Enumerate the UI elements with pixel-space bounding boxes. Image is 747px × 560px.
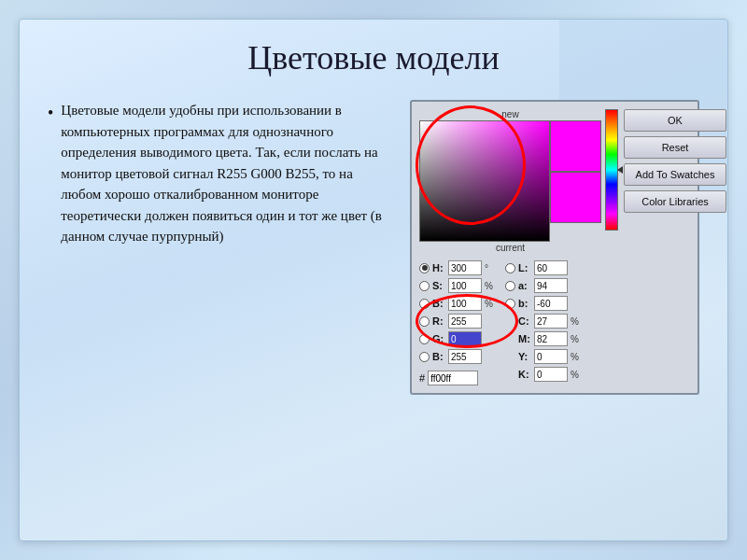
field-row-M: M: % — [505, 331, 585, 346]
gradient-inner — [420, 121, 549, 241]
fields-area: H: ° S: % — [419, 260, 690, 385]
label-B: B: — [432, 298, 445, 309]
unit-H: ° — [485, 263, 500, 273]
unit-Y: % — [571, 352, 585, 362]
fields-right: L: a: — [505, 260, 585, 385]
input-H[interactable] — [448, 260, 482, 275]
unit-C: % — [571, 316, 585, 327]
label-H: H: — [432, 262, 445, 273]
radio-H[interactable] — [419, 263, 430, 273]
unit-B: % — [485, 299, 500, 309]
field-row-b: b: — [505, 296, 585, 311]
color-dialog-inner: new — [410, 100, 699, 395]
dialog-top: new — [419, 109, 690, 253]
field-row-G: G: — [419, 331, 500, 346]
slide-container: Цветовые модели • Цветовые модели удобны… — [19, 19, 728, 541]
label-R: R: — [432, 315, 445, 327]
color-swatch-current — [550, 172, 601, 223]
field-row-R: R: — [419, 314, 500, 329]
input-S[interactable] — [448, 278, 482, 293]
text-area: • Цветовые модели удобны при использован… — [48, 100, 391, 247]
label-a: a: — [518, 280, 531, 291]
color-swatch-new — [550, 120, 601, 172]
field-row-a: a: — [505, 278, 585, 293]
input-b[interactable] — [534, 296, 568, 311]
field-row-C: C: % — [505, 314, 585, 329]
radio-L[interactable] — [505, 263, 515, 273]
input-R[interactable] — [448, 314, 482, 329]
input-a[interactable] — [534, 278, 568, 293]
unit-K: % — [571, 370, 585, 380]
color-dialog: new — [410, 100, 699, 395]
field-row-B2: B: — [419, 349, 500, 364]
dialog-buttons: OK Reset Add To Swatches Color Libraries — [624, 109, 726, 253]
radio-S[interactable] — [419, 281, 430, 291]
unit-M: % — [571, 334, 585, 344]
field-row-H: H: ° — [419, 260, 500, 275]
label-M: M: — [518, 333, 531, 344]
hue-arrow — [617, 166, 623, 174]
slide-title: Цветовые модели — [48, 38, 699, 77]
input-B[interactable] — [448, 296, 482, 311]
input-Y[interactable] — [534, 349, 568, 364]
radio-G[interactable] — [419, 334, 430, 344]
input-L[interactable] — [534, 260, 568, 275]
radio-b[interactable] — [505, 299, 515, 309]
label-C: C: — [518, 315, 531, 327]
hex-input[interactable] — [428, 371, 478, 385]
hash-row: # — [419, 371, 500, 385]
bullet-dot: • — [48, 102, 53, 247]
color-libraries-button[interactable]: Color Libraries — [624, 190, 726, 213]
unit-S: % — [485, 281, 500, 291]
field-row-S: S: % — [419, 278, 500, 293]
radio-a[interactable] — [505, 281, 515, 291]
input-C[interactable] — [534, 314, 568, 329]
label-S: S: — [432, 280, 445, 291]
gradient-black — [420, 121, 549, 241]
reset-button[interactable]: Reset — [624, 136, 726, 159]
gradient-and-labels: new — [419, 109, 601, 253]
radio-B2[interactable] — [419, 352, 430, 362]
label-b: b: — [518, 298, 531, 309]
label-new: new — [419, 109, 601, 119]
hash-symbol: # — [419, 372, 425, 384]
fields-wrapper: H: ° S: % — [419, 260, 690, 385]
gradient-area — [419, 120, 601, 242]
add-to-swatches-button[interactable]: Add To Swatches — [624, 163, 726, 186]
bullet-item: • Цветовые модели удобны при использован… — [48, 100, 391, 247]
label-L: L: — [518, 262, 531, 273]
ok-button[interactable]: OK — [624, 109, 726, 132]
label-G: G: — [432, 333, 445, 344]
color-gradient-box — [419, 120, 550, 242]
input-K[interactable] — [534, 367, 568, 382]
radio-R[interactable] — [419, 316, 430, 327]
input-B2[interactable] — [448, 349, 482, 364]
input-M[interactable] — [534, 331, 568, 346]
label-current: current — [419, 243, 601, 253]
bullet-text: Цветовые модели удобны при использовании… — [61, 100, 391, 247]
field-row-K: K: % — [505, 367, 585, 382]
label-K: K: — [518, 369, 531, 380]
label-B2: B: — [432, 351, 445, 362]
radio-B[interactable] — [419, 299, 430, 309]
label-Y: Y: — [518, 351, 531, 362]
hue-slider[interactable] — [605, 109, 618, 231]
fields-left: H: ° S: % — [419, 260, 500, 385]
color-swatches — [550, 120, 601, 242]
field-row-L: L: — [505, 260, 585, 275]
spectrum-section: new — [419, 109, 618, 253]
field-row-Y: Y: % — [505, 349, 585, 364]
field-row-B: B: % — [419, 296, 500, 311]
input-G[interactable] — [448, 331, 482, 346]
content-area: • Цветовые модели удобны при использован… — [48, 100, 699, 395]
